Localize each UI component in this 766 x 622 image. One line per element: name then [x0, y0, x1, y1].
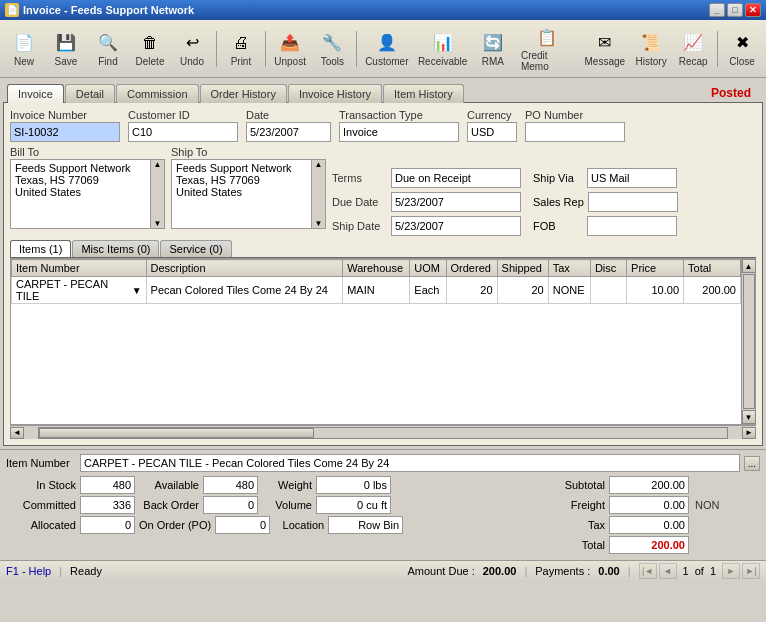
minimize-button[interactable]: _ — [709, 3, 725, 17]
nav-controls: |◄ ◄ 1 of 1 ► ►| — [639, 563, 760, 579]
po-number-input[interactable] — [525, 122, 625, 142]
status-sep-3: | — [628, 565, 631, 577]
committed-input[interactable] — [80, 496, 135, 514]
toolbar-creditmemo-button[interactable]: 📋 Credit Memo — [515, 22, 579, 75]
toolbar-recap-button[interactable]: 📈 Recap — [673, 28, 713, 70]
hscroll-right-btn[interactable]: ► — [742, 427, 756, 439]
tab-commission[interactable]: Commission — [116, 84, 199, 103]
vscroll-up-btn[interactable]: ▲ — [742, 259, 756, 273]
find-label: Find — [98, 56, 117, 67]
items-table-container: Item Number Description Warehouse UOM Or… — [10, 258, 756, 425]
terms-input[interactable] — [391, 168, 521, 188]
transaction-type-input[interactable] — [339, 122, 459, 142]
po-number-group: PO Number — [525, 109, 625, 142]
window-title: Invoice - Feeds Support Network — [23, 4, 194, 16]
tab-service[interactable]: Service (0) — [160, 240, 231, 257]
toolbar-print-button[interactable]: 🖨 Print — [221, 28, 261, 70]
toolbar-rma-button[interactable]: 🔄 RMA — [473, 28, 513, 70]
on-order-input[interactable] — [215, 516, 270, 534]
customer-id-input[interactable] — [128, 122, 238, 142]
freight-tag: NON — [695, 499, 719, 511]
toolbar-tools-button[interactable]: 🔧 Tools — [312, 28, 352, 70]
bill-to-scroll-up[interactable]: ▲ — [154, 160, 162, 169]
subtotal-label: Subtotal — [540, 479, 605, 491]
ship-via-input[interactable] — [587, 168, 677, 188]
currency-input[interactable] — [467, 122, 517, 142]
tab-item-history[interactable]: Item History — [383, 84, 464, 103]
tab-detail[interactable]: Detail — [65, 84, 115, 103]
ship-date-label: Ship Date — [332, 220, 387, 232]
available-input[interactable] — [203, 476, 258, 494]
ship-date-input[interactable] — [391, 216, 521, 236]
vscroll-down-btn[interactable]: ▼ — [742, 410, 756, 424]
toolbar-unpost-button[interactable]: 📤 Unpost — [270, 28, 311, 70]
tab-invoice[interactable]: Invoice — [7, 84, 64, 103]
payments-label: Payments : — [535, 565, 590, 577]
delete-label: Delete — [136, 56, 165, 67]
nav-last-btn[interactable]: ►| — [742, 563, 760, 579]
nav-first-btn[interactable]: |◄ — [639, 563, 657, 579]
browse-button[interactable]: ... — [744, 456, 760, 471]
toolbar-message-button[interactable]: ✉ Message — [581, 28, 630, 70]
ship-to-label: Ship To — [171, 146, 326, 158]
nav-prev-btn[interactable]: ◄ — [659, 563, 677, 579]
toolbar: 📄 New 💾 Save 🔍 Find 🗑 Delete ↩ Undo 🖨 Pr… — [0, 20, 766, 78]
currency-label: Currency — [467, 109, 517, 121]
volume-input[interactable] — [316, 496, 391, 514]
title-bar: 📄 Invoice - Feeds Support Network _ □ ✕ — [0, 0, 766, 20]
maximize-button[interactable]: □ — [727, 3, 743, 17]
toolbar-new-button[interactable]: 📄 New — [4, 28, 44, 70]
toolbar-sep-3 — [356, 31, 357, 67]
freight-input[interactable] — [609, 496, 689, 514]
customer-id-group: Customer ID — [128, 109, 238, 142]
col-item-number: Item Number — [12, 260, 147, 277]
toolbar-delete-button[interactable]: 🗑 Delete — [130, 28, 170, 70]
find-icon: 🔍 — [96, 31, 120, 55]
weight-input[interactable] — [316, 476, 391, 494]
fob-input[interactable] — [587, 216, 677, 236]
window-close-button[interactable]: ✕ — [745, 3, 761, 17]
date-input[interactable] — [246, 122, 331, 142]
cell-price: 10.00 — [627, 277, 684, 304]
nav-next-btn[interactable]: ► — [722, 563, 740, 579]
cell-ordered: 20 — [446, 277, 497, 304]
tab-misc-items[interactable]: Misc Items (0) — [72, 240, 159, 257]
tab-invoice-history[interactable]: Invoice History — [288, 84, 382, 103]
close-icon: ✖ — [730, 31, 754, 55]
back-order-input[interactable] — [203, 496, 258, 514]
location-label: Location — [274, 519, 324, 531]
sales-rep-input[interactable] — [588, 192, 678, 212]
tab-items[interactable]: Items (1) — [10, 240, 71, 257]
toolbar-customer-button[interactable]: 👤 Customer — [361, 28, 412, 70]
recap-label: Recap — [679, 56, 708, 67]
help-link[interactable]: F1 - Help — [6, 565, 51, 577]
location-input[interactable] — [328, 516, 403, 534]
ship-to-scroll-up[interactable]: ▲ — [315, 160, 323, 169]
item-dropdown-btn[interactable]: ▼ — [132, 285, 142, 296]
toolbar-save-button[interactable]: 💾 Save — [46, 28, 86, 70]
item-number-field[interactable] — [80, 454, 740, 472]
invoice-number-input[interactable] — [10, 122, 120, 142]
toolbar-sep-1 — [216, 31, 217, 67]
toolbar-find-button[interactable]: 🔍 Find — [88, 28, 128, 70]
tax-row: Tax — [540, 516, 760, 534]
cell-warehouse: MAIN — [343, 277, 410, 304]
toolbar-receivable-button[interactable]: 📊 Receivable — [414, 28, 471, 70]
unpost-icon: 📤 — [278, 31, 302, 55]
bill-to-scroll-down[interactable]: ▼ — [154, 219, 162, 228]
toolbar-close-button[interactable]: ✖ Close — [722, 28, 762, 70]
in-stock-input[interactable] — [80, 476, 135, 494]
invoice-number-group: Invoice Number — [10, 109, 120, 142]
allocated-input[interactable] — [80, 516, 135, 534]
due-date-input[interactable] — [391, 192, 521, 212]
tab-order-history[interactable]: Order History — [200, 84, 287, 103]
toolbar-undo-button[interactable]: ↩ Undo — [172, 28, 212, 70]
toolbar-history-button[interactable]: 📜 History — [631, 28, 671, 70]
form-row-1: Invoice Number Customer ID Date Transact… — [10, 109, 756, 142]
available-label: Available — [139, 479, 199, 491]
bottom-left-fields: In Stock Available Weight Committed Back… — [6, 476, 530, 556]
ship-to-scroll-down[interactable]: ▼ — [315, 219, 323, 228]
hscroll-left-btn[interactable]: ◄ — [10, 427, 24, 439]
app-icon: 📄 — [5, 3, 19, 17]
due-date-field: Due Date Sales Rep — [332, 192, 756, 212]
